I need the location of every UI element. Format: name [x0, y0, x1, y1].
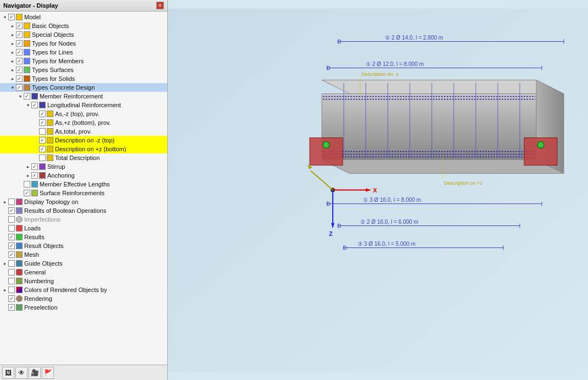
- check-member-rein[interactable]: [24, 93, 30, 100]
- label-types-nodes: Types for Nodes: [32, 40, 76, 47]
- tree-item-surf-rein[interactable]: Surface Reinforcements: [0, 189, 167, 197]
- check-types-members[interactable]: [16, 58, 23, 64]
- tree-item-imperf[interactable]: Imperfections: [0, 215, 167, 224]
- label-presel: Preselection: [24, 304, 58, 311]
- tree-item-types-solids[interactable]: Types for Solids: [0, 74, 167, 83]
- tree-item-eff-lengths[interactable]: Member Effective Lengths: [0, 180, 167, 189]
- label-total-desc: Total Description: [55, 155, 100, 161]
- check-desc-neg-z[interactable]: [39, 137, 46, 144]
- svg-text:① 3 Ø 16.0, l = 8.000 m: ① 3 Ø 16.0, l = 8.000 m: [363, 197, 421, 203]
- expand-types-solids[interactable]: [10, 76, 15, 81]
- expand-as-z-bottom: [33, 120, 39, 125]
- check-numbering[interactable]: [8, 278, 15, 284]
- expand-long-rein[interactable]: [25, 102, 31, 108]
- check-basic[interactable]: [16, 23, 23, 29]
- check-as-z-bottom[interactable]: [39, 119, 46, 126]
- check-total-desc[interactable]: [39, 155, 46, 161]
- icon-types-members: [24, 58, 30, 64]
- tree-item-member-rein[interactable]: Member Reinforcement: [0, 92, 167, 101]
- check-rendering[interactable]: [8, 295, 15, 302]
- tree-item-presel[interactable]: Preselection: [0, 303, 167, 312]
- expand-anchoring[interactable]: [25, 173, 31, 178]
- check-surf-rein[interactable]: [24, 190, 30, 196]
- expand-types-members[interactable]: [10, 58, 15, 64]
- tree-item-types-surfaces[interactable]: Types Surfaces: [0, 65, 167, 74]
- expand-types-nodes[interactable]: [10, 41, 15, 46]
- check-colors[interactable]: [8, 287, 15, 293]
- check-types-concrete[interactable]: [16, 84, 23, 91]
- check-anchoring[interactable]: [31, 172, 38, 179]
- tree-item-basic[interactable]: Basic Objects: [0, 21, 167, 30]
- tree-item-desc-pos-z[interactable]: Description on +z (bottom): [0, 145, 167, 153]
- expand-guide[interactable]: [2, 261, 8, 266]
- tree-item-result-obj[interactable]: Result Objects: [0, 241, 167, 250]
- expand-types-concrete[interactable]: [10, 85, 15, 90]
- check-as-z-top[interactable]: [39, 111, 46, 117]
- tree-item-as-z-top[interactable]: As,-z (top), prov.: [0, 109, 167, 118]
- check-types-nodes[interactable]: [16, 40, 23, 47]
- tree-item-colors[interactable]: Colors of Rendered Objects by: [0, 285, 167, 294]
- expand-types-lines[interactable]: [10, 49, 15, 55]
- check-general[interactable]: [8, 269, 15, 276]
- check-eff-lengths[interactable]: [24, 181, 30, 188]
- check-long-rein[interactable]: [31, 102, 38, 108]
- check-results[interactable]: [8, 234, 15, 240]
- check-presel[interactable]: [8, 304, 15, 311]
- tree-item-numbering[interactable]: Numbering: [0, 277, 167, 285]
- expand-stirrup[interactable]: [25, 164, 31, 169]
- close-button[interactable]: ✕: [156, 2, 164, 9]
- navigator-tree[interactable]: Model Basic Objects Special Objects: [0, 12, 167, 365]
- expand-member-rein[interactable]: [18, 93, 23, 99]
- expand-model[interactable]: [2, 14, 8, 20]
- tree-item-bool[interactable]: Results of Boolean Operations: [0, 206, 167, 215]
- tree-item-model[interactable]: Model: [0, 13, 167, 21]
- label-results: Results: [24, 234, 45, 240]
- check-types-solids[interactable]: [16, 75, 23, 82]
- tree-item-long-rein[interactable]: Longitudinal Reinforcement: [0, 101, 167, 109]
- check-imperf[interactable]: [8, 216, 15, 223]
- check-bool[interactable]: [8, 207, 15, 214]
- tree-item-results[interactable]: Results: [0, 233, 167, 241]
- tree-item-total-desc[interactable]: Total Description: [0, 153, 167, 162]
- tree-item-types-members[interactable]: Types for Members: [0, 57, 167, 65]
- label-guide: Guide Objects: [24, 260, 63, 267]
- tree-item-mesh[interactable]: Mesh: [0, 250, 167, 259]
- check-result-obj[interactable]: [8, 243, 15, 249]
- tree-item-general[interactable]: General: [0, 268, 167, 277]
- check-types-surfaces[interactable]: [16, 67, 23, 73]
- expand-basic[interactable]: [10, 23, 15, 29]
- tree-item-topology[interactable]: Display Topology on: [0, 197, 167, 206]
- tree-item-as-total[interactable]: As,total, prov.: [0, 127, 167, 136]
- toolbar-btn-flag[interactable]: 🚩: [42, 367, 54, 379]
- tree-item-types-nodes[interactable]: Types for Nodes: [0, 39, 167, 48]
- expand-types-surfaces[interactable]: [10, 67, 15, 73]
- tree-item-as-z-bottom[interactable]: As,+z (bottom), prov.: [0, 118, 167, 127]
- toolbar-btn-display[interactable]: 🖼: [2, 367, 14, 379]
- expand-colors[interactable]: [2, 287, 8, 293]
- check-types-lines[interactable]: [16, 49, 23, 56]
- expand-special[interactable]: [10, 32, 15, 37]
- tree-item-loads[interactable]: Loads: [0, 224, 167, 233]
- tree-item-guide[interactable]: Guide Objects: [0, 259, 167, 268]
- check-loads[interactable]: [8, 225, 15, 232]
- tree-item-rendering[interactable]: Rendering: [0, 294, 167, 303]
- check-stirrup[interactable]: [31, 163, 38, 170]
- toolbar-btn-view[interactable]: 👁: [15, 367, 28, 379]
- check-as-total[interactable]: [39, 128, 46, 135]
- tree-item-desc-neg-z[interactable]: Description on -z (top): [0, 136, 167, 145]
- toolbar-btn-camera[interactable]: 🎥: [29, 367, 41, 379]
- viewport[interactable]: ② 2 Ø 14.0, l = 2.800 m ① 2 Ø 12.0, l = …: [168, 0, 588, 380]
- check-model[interactable]: [8, 14, 15, 20]
- tree-item-stirrup[interactable]: Stirrup: [0, 162, 167, 171]
- check-mesh[interactable]: [8, 251, 15, 258]
- expand-topology[interactable]: [2, 199, 8, 205]
- tree-item-anchoring[interactable]: Anchoring: [0, 171, 167, 180]
- check-guide[interactable]: [8, 260, 15, 267]
- tree-item-types-lines[interactable]: Types for Lines: [0, 48, 167, 57]
- check-special[interactable]: [16, 31, 23, 38]
- label-as-z-bottom: As,+z (bottom), prov.: [55, 119, 111, 126]
- tree-item-types-concrete[interactable]: Types Concrete Design: [0, 83, 167, 92]
- check-desc-pos-z[interactable]: [39, 146, 46, 152]
- check-topology[interactable]: [8, 199, 15, 205]
- tree-item-special[interactable]: Special Objects: [0, 30, 167, 39]
